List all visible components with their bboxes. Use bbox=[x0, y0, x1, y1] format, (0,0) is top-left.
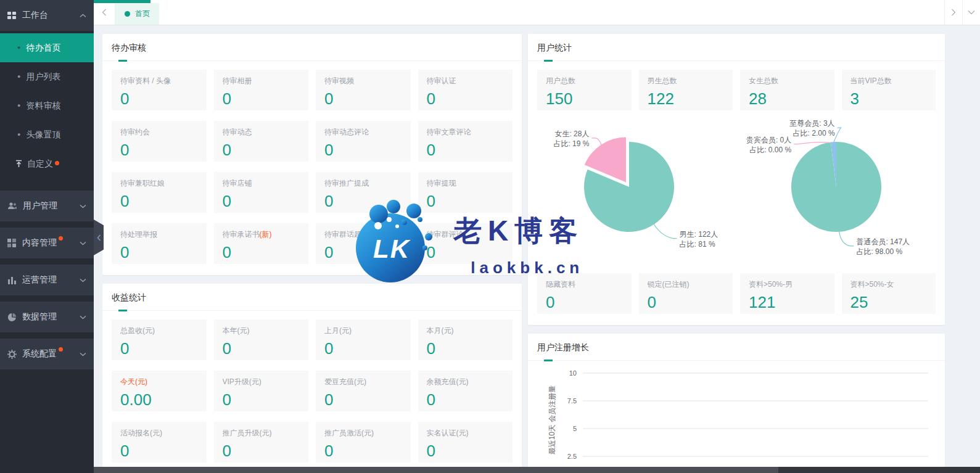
sidebar-group-system-config[interactable]: 系统配置 bbox=[0, 339, 94, 369]
stat-value: 0 bbox=[223, 192, 300, 210]
sidebar-collapse-handle[interactable] bbox=[94, 220, 104, 255]
sidebar-group-user-management[interactable]: 用户管理 bbox=[0, 191, 94, 221]
stat-box[interactable]: 资料>50%-男 121 bbox=[740, 273, 834, 314]
stat-label: 待审视频 bbox=[324, 76, 354, 85]
pin-top-icon bbox=[15, 160, 23, 168]
pie-label: 贵宾会员: 0人 bbox=[746, 136, 791, 144]
sidebar-item-profile-review[interactable]: ● 资料审核 bbox=[0, 91, 94, 120]
scrollbar-thumb[interactable] bbox=[94, 467, 778, 473]
stat-box[interactable]: 待审兼职红娘 0 bbox=[112, 172, 207, 213]
stat-box[interactable]: VIP升级(元) 0 bbox=[214, 371, 309, 411]
stat-label: 资料>50%-女 bbox=[850, 280, 894, 289]
tab-home[interactable]: 首页 bbox=[115, 3, 159, 25]
sidebar-item-workbench[interactable]: 工作台 bbox=[0, 0, 94, 31]
chevron-down-icon bbox=[80, 352, 86, 356]
stat-box[interactable]: 隐藏资料 0 bbox=[537, 273, 632, 314]
stat-label: 锁定(已注销) bbox=[648, 280, 690, 289]
stat-box[interactable]: 本月(元) 0 bbox=[418, 319, 513, 360]
chevron-left-icon bbox=[102, 9, 107, 16]
grid-icon bbox=[7, 11, 17, 20]
chevron-down-icon bbox=[80, 315, 86, 319]
stat-box[interactable]: 待审资料 / 头像 0 bbox=[112, 70, 207, 110]
sidebar-item-label: 待办首页 bbox=[26, 43, 60, 54]
stat-box[interactable]: 本年(元) 0 bbox=[214, 319, 309, 360]
stat-box[interactable]: 爱豆充值(元) 0 bbox=[316, 371, 411, 411]
horizontal-scrollbar[interactable] bbox=[94, 467, 980, 473]
stat-label: 女生总数 bbox=[749, 76, 778, 85]
stat-box[interactable]: 活动报名(元) 0 bbox=[112, 422, 207, 463]
sidebar-group-data-management[interactable]: 数据管理 bbox=[0, 302, 94, 332]
stat-box[interactable]: 待审约会 0 bbox=[112, 121, 207, 162]
stat-value: 0 bbox=[427, 442, 504, 460]
vip-pie-chart[interactable]: 普通会员: 147人占比: 98.00 %贵宾会员: 0人占比: 0.00 %至… bbox=[736, 114, 936, 267]
stat-value: 0 bbox=[324, 442, 402, 460]
stat-value: 0 bbox=[120, 192, 198, 210]
sidebar-item-avatar-top[interactable]: ● 头像置顶 bbox=[0, 120, 94, 149]
stat-box[interactable]: 推广员升级(元) 0 bbox=[214, 422, 309, 463]
stat-box[interactable]: 资料>50%-女 25 bbox=[842, 273, 936, 314]
stat-label: 待审承诺书 bbox=[223, 230, 260, 239]
stat-box[interactable]: 待审群评论 0 bbox=[418, 223, 513, 264]
stat-box[interactable]: 今天(元) 0.00 bbox=[112, 371, 207, 411]
stat-box[interactable]: 待审承诺书(新) 0 bbox=[214, 223, 309, 264]
stat-box[interactable]: 用户总数 150 bbox=[537, 70, 632, 110]
stat-box[interactable]: 上月(元) 0 bbox=[316, 319, 411, 360]
chevron-down-icon bbox=[968, 10, 975, 15]
stat-label: 待审动态评论 bbox=[324, 128, 369, 136]
stat-label: VIP升级(元) bbox=[223, 377, 261, 386]
pie-label: 占比: 2.00 % bbox=[793, 129, 835, 138]
chevron-right-icon bbox=[951, 9, 956, 16]
sidebar-group-content-management[interactable]: 内容管理 bbox=[0, 228, 94, 258]
chevron-left-icon bbox=[97, 234, 101, 241]
stat-box[interactable]: 待审群话题 0 bbox=[316, 223, 411, 264]
stat-box[interactable]: 余额充值(元) 0 bbox=[418, 371, 513, 411]
pending-review-card: 待办审核 待审资料 / 头像 0 待审相册 0 待审视频 0 待审认证 0 bbox=[102, 34, 522, 275]
sidebar-item-user-list[interactable]: ● 用户列表 bbox=[0, 62, 94, 91]
sidebar-group-label: 数据管理 bbox=[22, 311, 80, 323]
sidebar-item-label: 用户列表 bbox=[26, 72, 60, 83]
stat-box[interactable]: 待审动态 0 bbox=[214, 121, 309, 162]
stat-box[interactable]: 待审店铺 0 bbox=[214, 172, 309, 213]
stat-box[interactable]: 待审动态评论 0 bbox=[316, 121, 411, 162]
stat-box[interactable]: 待审文章评论 0 bbox=[418, 121, 513, 162]
stat-box[interactable]: 待处理举报 0 bbox=[112, 223, 207, 264]
stat-box[interactable]: 推广员激活(元) 0 bbox=[316, 422, 411, 463]
stat-value: 0 bbox=[120, 90, 198, 108]
stat-label: 活动报名(元) bbox=[120, 429, 162, 437]
stat-label: 资料>50%-男 bbox=[749, 280, 793, 289]
pie-label: 女生: 28人 bbox=[554, 130, 589, 138]
registration-growth-chart[interactable]: 107.552.5最近10天 会员注册量 bbox=[537, 364, 936, 473]
stat-label: 本年(元) bbox=[223, 326, 250, 335]
stat-box[interactable]: 待审提现 0 bbox=[418, 172, 513, 213]
card-title: 待办审核 bbox=[102, 34, 522, 61]
stat-box[interactable]: 待审推广提成 0 bbox=[316, 172, 411, 213]
pie-chart-icon bbox=[7, 313, 17, 322]
sidebar-item-pending-home[interactable]: ● 待办首页 bbox=[0, 33, 94, 62]
tabs-menu-button[interactable] bbox=[962, 0, 980, 25]
stat-value: 0 bbox=[324, 90, 402, 108]
sidebar-group-operations-management[interactable]: 运营管理 bbox=[0, 265, 94, 295]
stat-box[interactable]: 待审认证 0 bbox=[418, 70, 513, 110]
gender-pie-chart[interactable]: 男生: 122人占比: 81 %女生: 28人占比: 19 % bbox=[537, 114, 736, 267]
stat-label: 上月(元) bbox=[324, 326, 352, 335]
sidebar-item-custom[interactable]: 自定义 bbox=[0, 149, 94, 178]
chevron-down-icon bbox=[80, 241, 86, 245]
stat-box[interactable]: 实名认证(元) 0 bbox=[418, 422, 513, 463]
stat-label: 男生总数 bbox=[648, 76, 677, 85]
stat-label: 爱豆充值(元) bbox=[324, 377, 366, 386]
stat-box[interactable]: 待审视频 0 bbox=[316, 70, 411, 110]
stat-box[interactable]: 女生总数 28 bbox=[740, 70, 834, 110]
stat-box[interactable]: 男生总数 122 bbox=[639, 70, 733, 110]
stat-box[interactable]: 锁定(已注销) 0 bbox=[639, 273, 733, 314]
stat-box[interactable]: 当前VIP总数 3 bbox=[842, 70, 936, 110]
tabs-scroll-left-button[interactable] bbox=[94, 0, 115, 25]
stat-value: 122 bbox=[648, 90, 725, 108]
tabs-scroll-right-button[interactable] bbox=[944, 0, 962, 25]
pie-label: 占比: 19 % bbox=[553, 139, 589, 148]
y-tick-label: 2.5 bbox=[567, 453, 577, 460]
card-title: 用户注册增长 bbox=[528, 334, 945, 361]
stat-box[interactable]: 总盈收(元) 0 bbox=[112, 319, 207, 360]
stat-label: 推广员激活(元) bbox=[324, 429, 374, 437]
bullet-icon: ● bbox=[17, 45, 20, 51]
stat-box[interactable]: 待审相册 0 bbox=[214, 70, 309, 110]
